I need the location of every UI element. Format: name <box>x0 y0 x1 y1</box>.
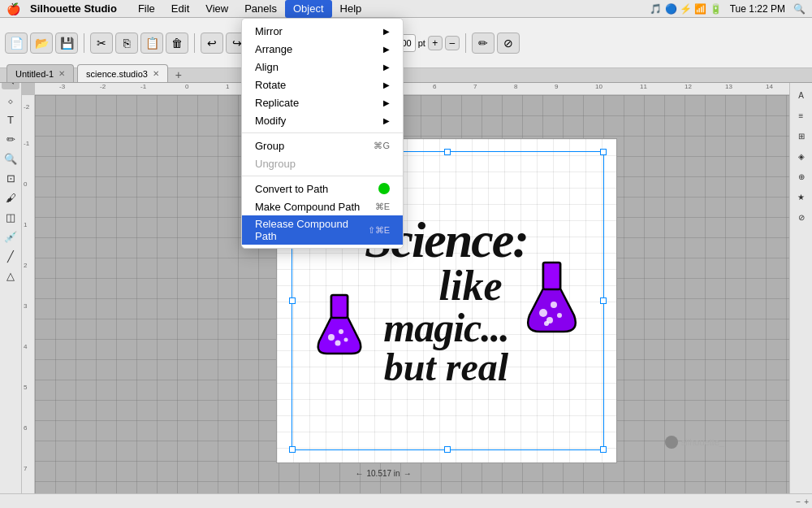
menu-file[interactable]: File <box>130 0 163 18</box>
svg-point-9 <box>557 313 562 318</box>
rt-btn-4[interactable]: ◈ <box>793 147 810 165</box>
make-compound-shortcut: ⌘E <box>375 202 390 212</box>
tool-shape[interactable]: △ <box>2 267 19 284</box>
toolbar-sep6 <box>465 33 466 53</box>
silhouette-logo-icon <box>665 436 678 449</box>
toolbar-sep2 <box>194 33 195 53</box>
toolbar-open[interactable]: 📂 <box>30 33 53 54</box>
science-line2: like <box>413 265 528 307</box>
tool-paint[interactable]: 🖌 <box>2 189 19 206</box>
measure-arrow-right: → <box>404 469 412 478</box>
ungroup-label: Ungroup <box>255 158 296 170</box>
menu-item-modify[interactable]: Modify ▶ <box>242 111 403 129</box>
rt-btn-5[interactable]: ⊕ <box>793 167 810 185</box>
watermark-text: silhouette_ <box>681 437 724 447</box>
toolbar-delete[interactable]: 🗑 <box>166 33 188 54</box>
toolbar-paste[interactable]: 📋 <box>140 33 163 54</box>
menu-help[interactable]: Help <box>332 0 370 18</box>
watermark: silhouette_ <box>665 436 724 449</box>
apple-logo: 🍎 <box>6 2 20 15</box>
toolbar-copy[interactable]: ⎘ <box>115 33 138 54</box>
tab-science-close[interactable]: ✕ <box>153 69 159 78</box>
menu-item-ungroup: Ungroup <box>242 154 403 172</box>
tool-draw[interactable]: ✏ <box>2 130 19 148</box>
replicate-label: Replicate <box>255 97 299 109</box>
menu-item-replicate[interactable]: Replicate ▶ <box>242 93 403 111</box>
canvas-measurement-label: ← 10.517 in → <box>356 469 412 478</box>
tab-science-label: science.studio3 <box>86 69 148 79</box>
menu-edit[interactable]: Edit <box>163 0 197 18</box>
svg-rect-5 <box>543 263 560 289</box>
menu-item-convert-path[interactable]: Convert to Path <box>242 180 403 198</box>
svg-point-1 <box>328 334 335 341</box>
menu-item-make-compound[interactable]: Make Compound Path ⌘E <box>242 198 403 215</box>
menu-search-icon[interactable]: 🔍 <box>793 3 806 15</box>
convert-path-indicator <box>378 183 390 194</box>
menubar-right: 🎵 🔵 ⚡ 📶 🔋 Tue 1:22 PM 🔍 <box>650 3 806 15</box>
menu-panels[interactable]: Panels <box>236 0 285 18</box>
menu-time: Tue 1:22 PM <box>730 3 785 15</box>
tab-bar: Untitled-1 ✕ science.studio3 ✕ + <box>0 68 812 83</box>
toolbar-sep1 <box>84 33 84 53</box>
svg-rect-0 <box>331 295 348 318</box>
tab-untitled[interactable]: Untitled-1 ✕ <box>6 64 74 82</box>
tool-eyedropper[interactable]: 💉 <box>2 228 19 245</box>
toolbar-eraser[interactable]: ⊘ <box>497 33 520 54</box>
rt-btn-2[interactable]: ≡ <box>793 106 810 124</box>
zoom-out-btn[interactable]: − <box>796 497 801 506</box>
replicate-arrow: ▶ <box>383 98 390 107</box>
toolbar-cut[interactable]: ✂ <box>90 33 113 54</box>
menu-section-transform: Mirror ▶ Arrange ▶ Align ▶ Rotate ▶ Repl… <box>242 19 403 133</box>
tab-add-button[interactable]: + <box>171 67 186 82</box>
menu-object[interactable]: Object <box>285 0 332 18</box>
toolbar: 📄 📂 💾 ✂ ⎘ 📋 🗑 ↩ ↪ ⟲ ⇔ □ ▾ 1.00 pt + – ✏ … <box>0 18 812 68</box>
tool-eraser[interactable]: ◫ <box>2 208 19 226</box>
tool-zoom[interactable]: 🔍 <box>2 150 19 167</box>
tool-crop[interactable]: ⊡ <box>2 169 19 187</box>
menu-section-group: Group ⌘G Ungroup <box>242 133 403 176</box>
toolbar-plus[interactable]: + <box>428 36 443 50</box>
rt-btn-7[interactable]: ⊘ <box>793 208 810 226</box>
group-shortcut: ⌘G <box>374 141 390 151</box>
unit-label: pt <box>418 38 425 48</box>
menu-item-release-compound[interactable]: Release Compound Path ⇧⌘E <box>242 215 403 245</box>
flask-left <box>315 293 364 360</box>
tab-science[interactable]: science.studio3 ✕ <box>77 64 168 82</box>
modify-arrow: ▶ <box>383 116 390 125</box>
modify-label: Modify <box>255 115 286 127</box>
mirror-arrow: ▶ <box>383 27 390 36</box>
svg-point-2 <box>339 329 343 334</box>
svg-point-10 <box>544 321 549 326</box>
rt-btn-6[interactable]: ★ <box>793 188 810 206</box>
rt-btn-1[interactable]: A <box>793 86 810 104</box>
svg-point-3 <box>335 341 340 346</box>
toolbar-pencil[interactable]: ✏ <box>472 33 495 54</box>
zoom-in-btn[interactable]: + <box>804 497 809 506</box>
toolbar-save[interactable]: 💾 <box>55 33 78 54</box>
menu-bar: 🍎 Silhouette Studio File Edit View Panel… <box>0 0 812 18</box>
menu-item-arrange[interactable]: Arrange ▶ <box>242 40 403 58</box>
menu-item-rotate[interactable]: Rotate ▶ <box>242 76 403 93</box>
menu-item-group[interactable]: Group ⌘G <box>242 137 403 154</box>
vertical-ruler: -2 -1 0 1 2 3 4 5 6 7 <box>22 95 35 493</box>
menu-view[interactable]: View <box>197 0 236 18</box>
menu-item-mirror[interactable]: Mirror ▶ <box>242 22 403 40</box>
release-compound-label: Release Compound Path <box>255 218 368 242</box>
tab-untitled-close[interactable]: ✕ <box>58 69 65 78</box>
tool-node[interactable]: ⬦ <box>2 91 19 109</box>
horizontal-ruler: -3 -2 -1 0 1 2 3 4 5 6 7 8 9 10 11 12 13… <box>35 83 789 95</box>
rt-btn-3[interactable]: ⊞ <box>793 127 810 145</box>
flask-left-svg <box>315 293 364 358</box>
make-compound-label: Make Compound Path <box>255 201 360 213</box>
measure-value: 10.517 in <box>367 469 400 478</box>
menu-item-align[interactable]: Align ▶ <box>242 58 403 76</box>
convert-path-label: Convert to Path <box>255 183 328 195</box>
rotate-arrow: ▶ <box>383 80 390 89</box>
toolbar-new[interactable]: 📄 <box>5 33 28 54</box>
tool-text[interactable]: T <box>2 111 19 128</box>
toolbar-undo[interactable]: ↩ <box>201 33 223 54</box>
group-label: Group <box>255 140 284 152</box>
tool-line[interactable]: ╱ <box>2 247 19 265</box>
object-dropdown-menu: Mirror ▶ Arrange ▶ Align ▶ Rotate ▶ Repl… <box>241 18 404 249</box>
toolbar-minus[interactable]: – <box>445 36 460 50</box>
